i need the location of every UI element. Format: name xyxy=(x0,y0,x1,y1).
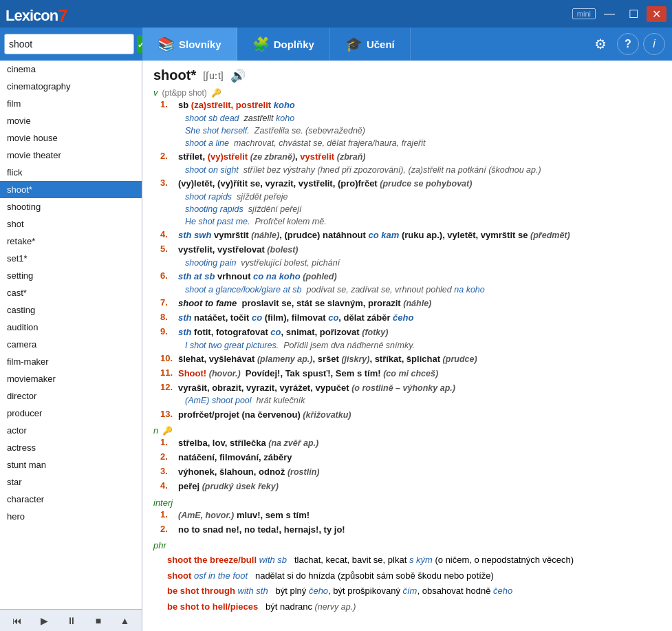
pos-tag-n: n xyxy=(153,425,158,436)
sidebar-item[interactable]: audition xyxy=(0,319,142,336)
search-area: ✓ ▼ xyxy=(0,28,142,61)
sidebar-item[interactable]: cinematography xyxy=(0,78,142,95)
sidebar-item[interactable]: casting xyxy=(0,301,142,319)
close-button[interactable]: ✕ xyxy=(647,6,666,22)
audio-button[interactable]: 🔊 xyxy=(230,68,246,83)
def-item: 10. šlehat, vyšlehávat (plameny ap.), sr… xyxy=(160,353,661,366)
footer-pause-button[interactable]: ⏸ xyxy=(63,614,80,628)
pos-section-verb: v (pt&pp shot) 🔑 1. sb (za)střelit, post… xyxy=(153,87,661,421)
sidebar-item[interactable]: flick xyxy=(0,164,142,181)
sidebar-item[interactable]: character xyxy=(0,491,142,508)
pos-tag-v: v xyxy=(153,87,158,98)
sidebar-item[interactable]: moviemaker xyxy=(0,370,142,387)
logo-7: 7 xyxy=(58,6,67,27)
pos-line-noun: n 🔑 xyxy=(153,425,661,436)
footer-first-button[interactable]: ⏮ xyxy=(9,614,25,628)
sidebar-item[interactable]: hero xyxy=(0,508,142,525)
sidebar-item[interactable]: actor xyxy=(0,422,142,439)
sidebar-item[interactable]: movie house xyxy=(0,129,142,147)
titlebar: LINGEA Lexicon 7 mini — ☐ ✕ xyxy=(0,0,672,28)
sidebar-item[interactable]: camera xyxy=(0,336,142,353)
doplnky-icon: 🧩 xyxy=(252,36,270,52)
search-input[interactable] xyxy=(4,34,134,54)
logo-text: Lexicon xyxy=(6,7,58,25)
sidebar-item[interactable]: star xyxy=(0,473,142,491)
nav-tabs: 📚 Slovníky 🧩 Doplňky 🎓 Učení xyxy=(142,28,581,61)
main-area: cinemacinematographyfilmmoviemovie house… xyxy=(0,61,672,631)
def-item: 2. střílet, (vy)střelit (ze zbraně), vys… xyxy=(160,151,661,176)
sidebar-item[interactable]: set1* xyxy=(0,250,142,267)
pos-line-phr: phr xyxy=(153,540,661,550)
mini-button[interactable]: mini xyxy=(572,8,596,19)
def-item: 8. sth natáčet, točit co (film), filmova… xyxy=(160,312,661,325)
def-item: 6. sth at sb vrhnout co na koho (pohled)… xyxy=(160,270,661,296)
def-item: 1. střelba, lov, střílečka (na zvěř ap.) xyxy=(160,437,661,450)
sidebar-item[interactable]: cinema xyxy=(0,61,142,78)
tab-doplnky[interactable]: 🧩 Doplňky xyxy=(237,28,330,61)
pos-line-interj: interj xyxy=(153,498,661,508)
pos-section-noun: n 🔑 1. střelba, lov, střílečka (na zvěř … xyxy=(153,425,661,493)
pos-note-v: (pt&pp shot) xyxy=(162,88,207,98)
sidebar-item[interactable]: film-maker xyxy=(0,353,142,370)
def-item: 4. peřej (prudký úsek řeky) xyxy=(160,480,661,493)
tab-slovniky[interactable]: 📚 Slovníky xyxy=(142,28,237,61)
sidebar-item[interactable]: actress xyxy=(0,439,142,456)
verb-definitions: 1. sb (za)střelit, postřelit koho shoot … xyxy=(160,99,661,421)
app-logo: LINGEA Lexicon 7 xyxy=(6,1,68,27)
entry-word: shoot* xyxy=(153,67,196,83)
sidebar-item[interactable]: stunt man xyxy=(0,456,142,473)
tab-uceni-label: Učení xyxy=(367,39,395,50)
def-item: 12. vyrašit, obrazit, vyrazit, vyrážet, … xyxy=(160,382,661,407)
info-button[interactable]: i xyxy=(643,33,665,55)
dictionary-content: shoot* [ʃuːt] 🔊 v (pt&pp shot) 🔑 1. sb (… xyxy=(142,61,672,631)
sidebar-item[interactable]: shooting xyxy=(0,198,142,215)
footer-stop-button[interactable]: ■ xyxy=(92,614,105,628)
sidebar-item[interactable]: director xyxy=(0,387,142,405)
phrase-item: shoot osf in the foot nadělat si do hníz… xyxy=(167,569,661,583)
lingea-label: LINGEA xyxy=(6,0,30,1)
help-button[interactable]: ? xyxy=(617,33,639,55)
window-controls: mini — ☐ ✕ xyxy=(572,6,666,22)
footer-play-button[interactable]: ▶ xyxy=(37,614,52,628)
phrase-item: be shot through with sth být plný čeho, … xyxy=(167,584,661,598)
sidebar-item[interactable]: cast* xyxy=(0,284,142,301)
settings-button[interactable]: ⚙ xyxy=(588,32,613,56)
tab-uceni[interactable]: 🎓 Učení xyxy=(330,28,411,61)
sidebar-item[interactable]: shot xyxy=(0,215,142,233)
minimize-button[interactable]: — xyxy=(598,6,620,21)
key-icon-v: 🔑 xyxy=(211,88,221,98)
sidebar-item[interactable]: movie xyxy=(0,112,142,129)
sidebar-item[interactable]: retake* xyxy=(0,233,142,250)
footer-up-button[interactable]: ▲ xyxy=(116,614,133,628)
sidebar-list: cinemacinematographyfilmmoviemovie house… xyxy=(0,61,142,609)
def-item: 1. (AmE, hovor.) mluv!, sem s tím! xyxy=(160,509,661,522)
sidebar-item[interactable]: producer xyxy=(0,405,142,422)
pos-section-interj: interj 1. (AmE, hovor.) mluv!, sem s tím… xyxy=(153,498,661,537)
sidebar: cinemacinematographyfilmmoviemovie house… xyxy=(0,61,142,631)
sidebar-item[interactable]: film xyxy=(0,95,142,112)
sidebar-footer: ⏮ ▶ ⏸ ■ ▲ xyxy=(0,609,142,631)
tab-slovniky-label: Slovníky xyxy=(179,39,221,50)
pos-tag-phr: phr xyxy=(153,540,166,550)
slovniky-icon: 📚 xyxy=(158,36,175,52)
maximize-button[interactable]: ☐ xyxy=(623,6,644,22)
sidebar-item[interactable]: movie theater xyxy=(0,147,142,164)
def-item: 9. sth fotit, fotografovat co, snimat, p… xyxy=(160,326,661,352)
interj-definitions: 1. (AmE, hovor.) mluv!, sem s tím! 2. no… xyxy=(160,509,661,537)
phrase-item: shoot the breeze/bull with sb tlachat, k… xyxy=(167,553,661,567)
sidebar-item[interactable]: setting xyxy=(0,267,142,284)
uceni-icon: 🎓 xyxy=(345,36,362,52)
nav-right-buttons: ⚙ ? i xyxy=(581,28,672,61)
def-item: 2. natáčení, filmování, záběry xyxy=(160,451,661,464)
sidebar-item[interactable]: shoot* xyxy=(0,181,142,198)
key-icon-n: 🔑 xyxy=(162,426,173,436)
pos-line-verb: v (pt&pp shot) 🔑 xyxy=(153,87,661,98)
def-item: 1. sb (za)střelit, postřelit koho shoot … xyxy=(160,99,661,149)
def-item: 4. sth swh vymrštit (náhle), (prudce) na… xyxy=(160,229,661,242)
entry-header: shoot* [ʃuːt] 🔊 xyxy=(153,67,661,83)
def-item: 3. (vy)letět, (vy)řítit se, vyrazit, vys… xyxy=(160,178,661,228)
phrase-list: shoot the breeze/bull with sb tlachat, k… xyxy=(167,553,661,613)
entry-pronunciation: [ʃuːt] xyxy=(203,70,223,81)
navbar: ✓ ▼ 📚 Slovníky 🧩 Doplňky 🎓 Učení ⚙ ? i xyxy=(0,28,672,61)
pos-tag-interj: interj xyxy=(153,498,173,508)
